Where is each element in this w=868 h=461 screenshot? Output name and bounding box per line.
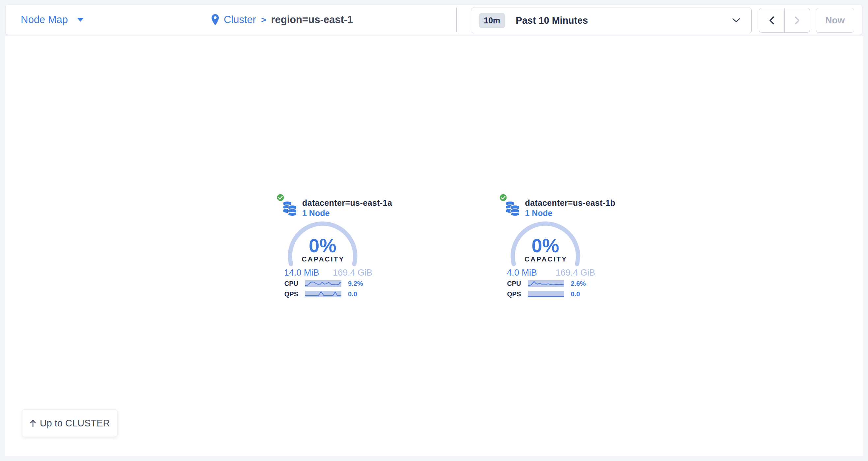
- datacenter-name: datacenter=us-east-1b: [525, 198, 615, 208]
- cpu-sparkline-chart: [528, 280, 564, 287]
- datacenter-card-us-east-1a[interactable]: datacenter=us-east-1a 1 Node 0% CAPACITY…: [277, 193, 376, 303]
- qps-label: QPS: [506, 290, 521, 298]
- capacity-used: 4.0 MiB: [507, 268, 537, 278]
- location-pin-icon: [212, 14, 219, 25]
- topbar-divider: [457, 7, 457, 32]
- capacity-total: 169.4 GiB: [333, 268, 372, 278]
- node-map-canvas: datacenter=us-east-1a 1 Node 0% CAPACITY…: [5, 36, 863, 456]
- datacenter-node-count: 1 Node: [525, 208, 552, 218]
- cpu-label: CPU: [283, 280, 298, 287]
- view-selector-label: Node Map: [21, 14, 68, 26]
- qps-sparkline-chart: [305, 291, 341, 297]
- breadcrumb: Cluster > region=us-east-1: [212, 5, 353, 35]
- prev-time-button[interactable]: [759, 8, 785, 32]
- chevron-right-icon: [794, 16, 801, 25]
- arrow-up-icon: [30, 419, 36, 427]
- time-range-label: Past 10 Minutes: [516, 15, 588, 26]
- qps-sparkline-chart: [528, 291, 564, 297]
- time-step-buttons: [759, 8, 810, 33]
- capacity-total: 169.4 GiB: [556, 268, 595, 278]
- qps-metric-row: QPS 0.0: [500, 290, 598, 298]
- capacity-values: 14.0 MiB 169.4 GiB: [284, 268, 372, 278]
- capacity-percent: 0%: [288, 234, 358, 257]
- qps-value: 0.0: [571, 290, 580, 298]
- now-button[interactable]: Now: [816, 8, 854, 33]
- datacenter-name: datacenter=us-east-1a: [302, 198, 392, 208]
- capacity-used: 14.0 MiB: [284, 268, 319, 278]
- qps-value: 0.0: [348, 290, 357, 298]
- datacenter-node-count: 1 Node: [302, 208, 330, 218]
- up-to-cluster-label: Up to CLUSTER: [40, 418, 110, 429]
- cpu-label: CPU: [506, 280, 521, 287]
- chevron-left-icon: [769, 16, 775, 25]
- capacity-label: CAPACITY: [288, 255, 358, 263]
- top-bar: Node Map Cluster > region=us-east-1 10m …: [5, 5, 862, 35]
- time-range-badge: 10m: [479, 13, 505, 28]
- datacenter-icon: [282, 200, 297, 216]
- chevron-down-icon: [732, 18, 740, 23]
- qps-label: QPS: [283, 290, 298, 298]
- up-to-cluster-button[interactable]: Up to CLUSTER: [22, 409, 117, 437]
- datacenter-card-us-east-1b[interactable]: datacenter=us-east-1b 1 Node 0% CAPACITY…: [500, 193, 598, 303]
- breadcrumb-current: region=us-east-1: [271, 14, 353, 26]
- datacenter-icon: [505, 200, 520, 216]
- cpu-sparkline-chart: [305, 280, 341, 287]
- cpu-value: 9.2%: [348, 280, 363, 287]
- breadcrumb-cluster-link[interactable]: Cluster: [224, 14, 256, 26]
- node-map-page: Node Map Cluster > region=us-east-1 10m …: [0, 0, 868, 461]
- capacity-label: CAPACITY: [510, 255, 580, 263]
- breadcrumb-separator: >: [261, 15, 266, 25]
- cpu-value: 2.6%: [571, 280, 586, 287]
- capacity-percent: 0%: [510, 234, 580, 257]
- view-selector-dropdown[interactable]: Node Map: [21, 5, 84, 35]
- caret-down-icon: [77, 18, 84, 22]
- next-time-button[interactable]: [785, 8, 810, 32]
- qps-metric-row: QPS 0.0: [277, 290, 376, 298]
- capacity-values: 4.0 MiB 169.4 GiB: [507, 268, 595, 278]
- cpu-metric-row: CPU 2.6%: [500, 280, 598, 287]
- time-range-dropdown[interactable]: 10m Past 10 Minutes: [471, 7, 752, 33]
- cpu-metric-row: CPU 9.2%: [277, 280, 376, 287]
